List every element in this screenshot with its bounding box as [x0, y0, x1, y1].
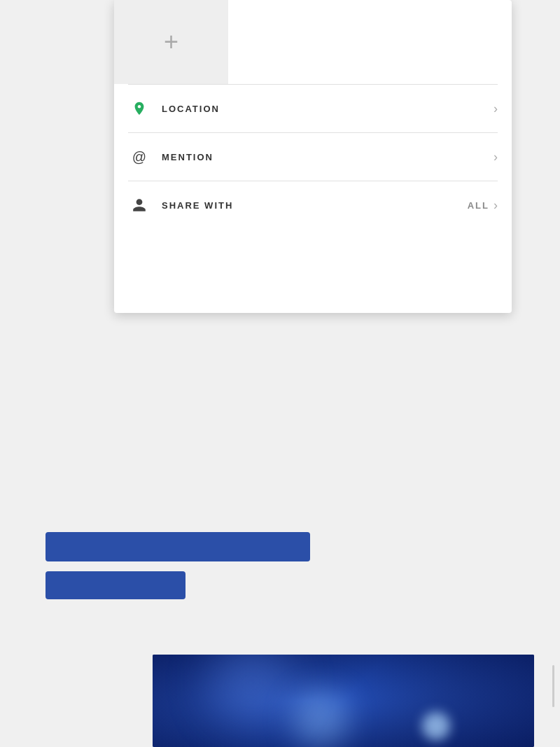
bottom-section: [0, 532, 560, 616]
mention-chevron-icon: ›: [493, 150, 498, 165]
person-icon: [128, 194, 150, 216]
share-with-label: SHARE WITH: [162, 200, 468, 211]
at-icon: @: [128, 146, 150, 168]
location-row[interactable]: LOCATION ›: [114, 85, 512, 132]
blue-bar-primary[interactable]: [46, 532, 310, 561]
share-with-chevron-icon: ›: [493, 198, 498, 213]
image-light-effect: [422, 712, 450, 740]
share-with-row[interactable]: SHARE WITH ALL ›: [114, 181, 512, 229]
mention-label: MENTION: [162, 152, 493, 162]
featured-image: [153, 655, 534, 747]
location-pin-icon: [128, 97, 150, 120]
scroll-indicator: [552, 665, 554, 707]
add-photo-button[interactable]: +: [114, 0, 228, 84]
plus-icon: +: [164, 29, 178, 55]
mention-row[interactable]: @ MENTION ›: [114, 133, 512, 181]
image-blur-effect-2: [293, 691, 349, 747]
location-label: LOCATION: [162, 104, 493, 114]
blue-bar-secondary[interactable]: [46, 571, 186, 599]
post-options-card: + LOCATION › @ MENTION › SHARE WITH ALL …: [114, 0, 512, 313]
location-chevron-icon: ›: [493, 102, 498, 116]
share-with-value: ALL: [468, 200, 489, 211]
